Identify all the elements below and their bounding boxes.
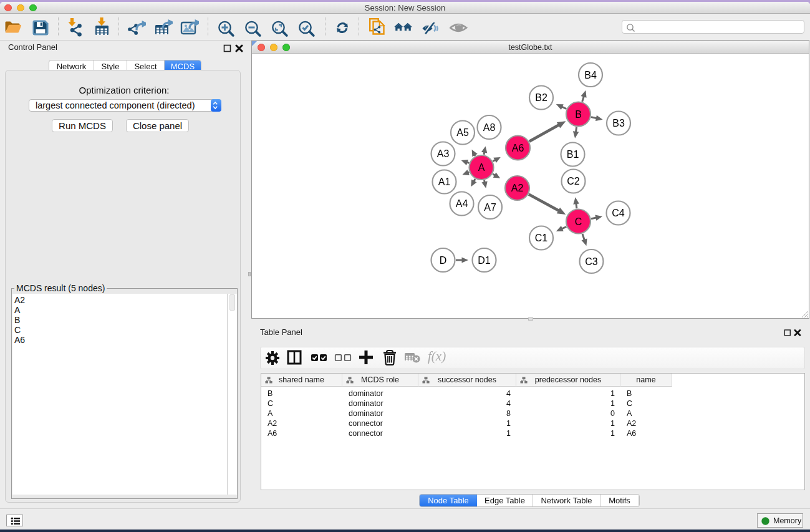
svg-text:D1: D1 <box>478 255 491 266</box>
svg-text:A8: A8 <box>483 122 495 133</box>
svg-text:A3: A3 <box>436 148 449 159</box>
svg-text:C4: C4 <box>612 208 625 218</box>
svg-text:B1: B1 <box>566 149 579 160</box>
svg-text:C1: C1 <box>534 233 547 243</box>
svg-text:B4: B4 <box>584 70 597 80</box>
svg-text:A2: A2 <box>511 183 523 193</box>
svg-text:B3: B3 <box>612 118 625 128</box>
svg-text:C2: C2 <box>567 176 580 186</box>
svg-text:A7: A7 <box>484 202 496 213</box>
svg-text:B: B <box>575 109 582 120</box>
svg-text:A1: A1 <box>438 177 450 187</box>
svg-text:A5: A5 <box>456 127 469 138</box>
svg-text:A: A <box>478 162 485 173</box>
svg-text:A4: A4 <box>455 198 468 209</box>
svg-text:C: C <box>574 216 582 227</box>
svg-text:A6: A6 <box>511 143 524 153</box>
svg-text:D: D <box>439 255 446 266</box>
svg-text:C3: C3 <box>585 256 598 267</box>
svg-text:B2: B2 <box>535 92 547 103</box>
